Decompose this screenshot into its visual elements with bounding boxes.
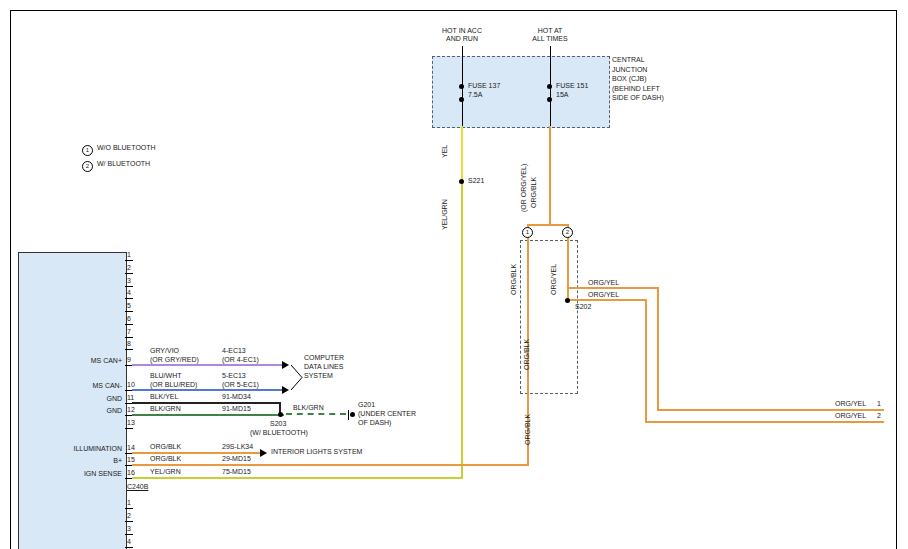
wire-orgyel-out2-h: [568, 299, 647, 301]
pin-tick: [125, 521, 133, 522]
ground-g201-note: (UNDER CENTER: [358, 410, 416, 418]
circuit-label-pin9: 4-EC13: [222, 347, 246, 355]
circuit-label-pin9-alt: (OR 4-EC1): [222, 356, 259, 364]
output-pin-1: 1: [877, 400, 881, 408]
wire-blkgrn-dashed: [286, 413, 346, 415]
cjb-box: [432, 56, 610, 128]
wire-pin9-gryvio: [132, 364, 282, 366]
wire-label-orgblk-feed-alt: (OR ORG/YEL): [520, 164, 528, 212]
pin-tick: [125, 298, 133, 299]
brace-icon: [291, 359, 305, 393]
power-acc-line2: AND RUN: [427, 35, 497, 43]
wire-yelgrn-vertical: [461, 182, 463, 479]
pin-tick: [125, 428, 133, 429]
fuse-137-terminal-dot: [459, 84, 464, 89]
ground-g201-label: G201: [358, 401, 375, 409]
wire-label-pin9: GRY/VIO: [150, 347, 179, 355]
output-wire-label-near-2: ORG/YEL: [588, 291, 619, 299]
pin-number-16: 16: [127, 469, 135, 477]
wire-label-pin10: BLU/WHT: [150, 372, 182, 380]
wire-orgyel-out2-v: [645, 299, 647, 423]
pin-number-5: 5: [127, 302, 131, 310]
connector-c240b-label: C240B: [127, 483, 148, 491]
splice-s221-label: S221: [468, 177, 484, 185]
pin-number-10: 10: [127, 381, 135, 389]
circuit-label-pin11: 91-MD34: [222, 393, 251, 401]
legend-item-2: 2W/ BLUETOOTH: [82, 160, 150, 172]
wire-label-orgblk-feed: ORG/BLK: [530, 177, 538, 208]
splice-s203-note: (W/ BLUETOOTH): [250, 429, 308, 437]
connector-circle-1: 1: [522, 227, 533, 238]
wire-label-yelgrn: YEL/GRN: [441, 199, 449, 230]
pin-number-9: 9: [127, 356, 131, 364]
pin-tick: [125, 286, 133, 287]
pin2-number-2: 2: [127, 512, 131, 520]
wire-orgyel-out1-h: [568, 287, 659, 289]
wiring-diagram: 1W/O BLUETOOTH 2W/ BLUETOOTH HOT IN ACC …: [0, 0, 908, 549]
circle-1-icon: 1: [82, 145, 93, 156]
pin-function-gnd-2: GND: [52, 407, 122, 415]
pin-number-1: 1: [127, 251, 131, 259]
ground-g201-note: OF DASH): [358, 419, 391, 427]
wire-pin16-yelgrn: [132, 477, 463, 479]
splice-s202-label: S202: [575, 303, 591, 311]
fuse-151-label: FUSE 151: [556, 82, 588, 90]
output-wire-label-far-1: ORG/YEL: [835, 400, 866, 408]
power-batt-line1: HOT AT: [515, 27, 585, 35]
splice-s203-dot: [278, 412, 283, 417]
pin-function-ms-can-plus: MS CAN+: [52, 357, 122, 365]
computer-data-lines-label: SYSTEM: [304, 372, 333, 380]
cjb-label-line: BOX (CJB): [612, 74, 664, 84]
wire-orgyel-out2-h2: [645, 421, 884, 423]
fuse-151-terminal-dot: [547, 84, 552, 89]
output-pin-2: 2: [877, 412, 881, 420]
wire-label-orgblk-box-lower: ORG/BLK: [523, 339, 531, 370]
wire-label-orgblk-box: ORG/BLK: [510, 264, 518, 295]
wire-orgblk-feed: [549, 126, 551, 226]
fuse-151-rating: 15A: [556, 91, 568, 99]
pin2-number-1: 1: [127, 499, 131, 507]
fuse-137-label: FUSE 137: [468, 82, 500, 90]
power-batt-line2: ALL TIMES: [515, 35, 585, 43]
circuit-label-pin15: 29-MD15: [222, 455, 251, 463]
wire-label-pin9-alt: (OR GRY/RED): [150, 356, 199, 364]
computer-data-lines-label: DATA LINES: [304, 363, 343, 371]
wire-orgyel-box-vertical: [567, 240, 569, 302]
wire-label-pin12-dashed: BLK/GRN: [293, 404, 324, 412]
legend-text-1: W/O BLUETOOTH: [97, 144, 156, 151]
cjb-label: CENTRAL JUNCTION BOX (CJB) (BEHIND LEFT …: [612, 55, 664, 103]
connector-circle-2: 2: [562, 227, 573, 238]
pin-number-4: 4: [127, 289, 131, 297]
ground-g201-dot: [350, 412, 355, 417]
pin-number-2: 2: [127, 264, 131, 272]
pin-function-ign-sense: IGN SENSE: [52, 470, 122, 478]
wire-orgyel-out1-v: [657, 287, 659, 411]
arrow-right-icon: [260, 449, 267, 457]
fuse-137-rating: 7.5A: [468, 91, 482, 99]
pin-number-3: 3: [127, 277, 131, 285]
pin-function-gnd-1: GND: [52, 395, 122, 403]
pin-tick: [125, 547, 133, 548]
pin-number-11: 11: [127, 394, 134, 402]
splice-s221-dot: [459, 179, 464, 184]
wire-label-orgyel-box: ORG/YEL: [550, 264, 558, 295]
ground-g201-icon: [348, 410, 349, 420]
fuse-151-terminal-dot: [547, 97, 552, 102]
power-acc-line1: HOT IN ACC: [427, 27, 497, 35]
pin-number-8: 8: [127, 340, 131, 348]
circuit-label-pin10: 5-EC13: [222, 372, 246, 380]
output-wire-label-near-1: ORG/YEL: [588, 279, 619, 287]
pin-tick: [125, 337, 133, 338]
circuit-label-pin16: 75-MD15: [222, 468, 251, 476]
wire-label-pin14: ORG/BLK: [150, 443, 181, 451]
wire-label-pin11: BLK/YEL: [150, 393, 178, 401]
pin-number-12: 12: [127, 406, 135, 414]
pin-tick: [125, 508, 133, 509]
circuit-label-pin10-alt: (OR 5-EC1): [222, 381, 259, 389]
wire-orgyel-out1-h2: [657, 409, 884, 411]
circuit-label-pin14: 29S-LK34: [222, 443, 253, 451]
cjb-label-line: (BEHIND LEFT: [612, 84, 664, 94]
wire-pin12-blkgrn: [132, 414, 284, 416]
circuit-label-pin12: 91-MD15: [222, 405, 251, 413]
wire-label-pin16: YEL/GRN: [150, 468, 181, 476]
